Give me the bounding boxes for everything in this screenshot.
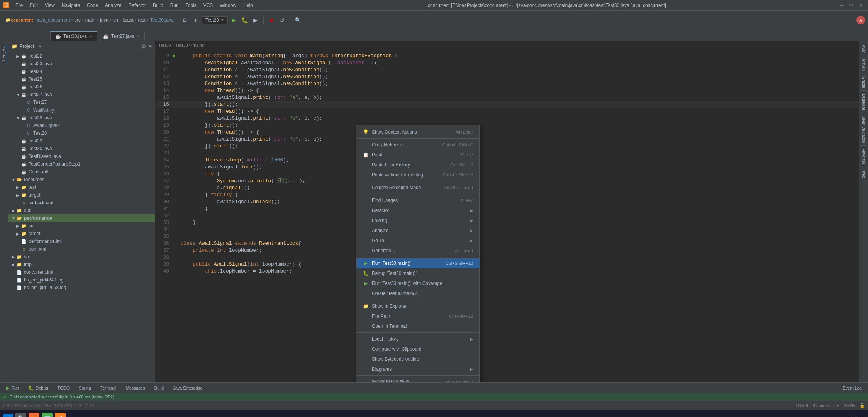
window-controls[interactable]: ─ □ ✕ xyxy=(838,3,865,8)
menu-vcs[interactable]: VCS xyxy=(200,2,216,9)
menu-analyze[interactable]: Analyze xyxy=(102,2,125,9)
settings-btn[interactable]: ⚙ xyxy=(180,15,190,25)
status-encoding[interactable]: UTF-8 xyxy=(796,403,808,408)
tree-item-pom[interactable]: x pom.xml xyxy=(8,245,155,253)
run-btn-todo[interactable]: TODO xyxy=(54,385,73,391)
cm-paste[interactable]: 📋 Paste Ctrl+V xyxy=(356,150,479,160)
run-btn-run[interactable]: ▶ Run xyxy=(3,385,22,392)
tree-item-test-folder[interactable]: ▶ 📁 test xyxy=(8,183,155,191)
run-btn-debug[interactable]: 🐛 Debug xyxy=(25,385,51,392)
cm-generate[interactable]: Generate... Alt+Insert xyxy=(356,246,479,256)
tree-item-testbiased[interactable]: ☕ TestBiased.java xyxy=(8,153,155,160)
maximize-button[interactable]: □ xyxy=(848,3,855,8)
tree-item-hs-err2[interactable]: 📄 hs_err_pid12668.log xyxy=(8,284,155,292)
debug-button[interactable]: 🐛 xyxy=(240,15,249,25)
menu-window[interactable]: Window xyxy=(217,2,239,9)
close-button[interactable]: ✕ xyxy=(856,3,865,8)
tree-item-tmp[interactable]: ▶ 📁 tmp xyxy=(8,261,155,268)
add-config-btn[interactable]: + xyxy=(191,15,200,25)
cm-compare-with-clipboard[interactable]: Compare with Clipboard xyxy=(356,344,479,354)
cm-diagrams[interactable]: Diagrams ▶ xyxy=(356,364,479,374)
tree-item-logback[interactable]: x logback.xml xyxy=(8,199,155,207)
menu-refactor[interactable]: Refactor xyxy=(125,2,149,9)
taskbar-idea[interactable]: IJ xyxy=(55,413,66,417)
tree-item-test27[interactable]: C Test27 xyxy=(8,98,155,106)
tree-item-src3[interactable]: ▶ 📁 src xyxy=(8,253,155,261)
tree-item-test26[interactable]: ☕ Test26 xyxy=(8,83,155,91)
rerun-button[interactable]: ↺ xyxy=(278,15,287,25)
close-tab-test27[interactable]: ✕ xyxy=(137,34,140,39)
right-tab-favorites[interactable]: Favorites xyxy=(861,146,866,167)
cm-paste-from-history[interactable]: Paste from History... Ctrl+Shift+V xyxy=(356,160,479,170)
cm-folding[interactable]: Folding ▶ xyxy=(356,215,479,225)
tree-item-test24[interactable]: ☕ Test24 xyxy=(8,68,155,75)
run-button[interactable]: ▶ xyxy=(229,15,239,25)
cm-file-path[interactable]: File Path Ctrl+Alt+F12 xyxy=(356,311,479,321)
run-btn-build[interactable]: Build xyxy=(151,385,167,391)
editor-content[interactable]: 9 ▶ public static void main(String[] arg… xyxy=(155,49,859,382)
right-tab-maven[interactable]: Maven xyxy=(861,57,866,73)
cm-go-to[interactable]: Go To ▶ xyxy=(356,236,479,246)
tree-item-test28java[interactable]: ▼ ☕ Test28.java xyxy=(8,114,155,122)
cm-analyze[interactable]: Analyze ▶ xyxy=(356,225,479,236)
tree-item-test22[interactable]: ▶ ☕ Test22 xyxy=(8,52,155,60)
tree-item-test23[interactable]: ☕ Test23.java xyxy=(8,60,155,68)
run-configuration[interactable]: Test29 ▼ xyxy=(202,16,228,24)
tab-test30[interactable]: ☕ Test30.java ✕ xyxy=(50,31,97,41)
cm-debug-test30[interactable]: 🐛 Debug 'Test30.main()' xyxy=(356,268,479,278)
tree-item-performance-iml[interactable]: 📄 performance.iml xyxy=(8,237,155,245)
cm-find-usages[interactable]: Find Usages Alt+F7 xyxy=(356,195,479,205)
menu-file[interactable]: File xyxy=(12,2,26,9)
tree-item-out[interactable]: ▶ 📁 out xyxy=(8,207,155,214)
taskbar-app1[interactable]: 📧 xyxy=(42,413,53,417)
event-log-btn[interactable]: Event Log xyxy=(839,385,865,391)
coverage-button[interactable]: ▶ xyxy=(251,15,260,25)
menu-run[interactable]: Run xyxy=(167,2,182,9)
taskbar-search[interactable]: 🔍 xyxy=(15,413,26,417)
cm-run-test30-main[interactable]: ▶ Run 'Test30.main()' Ctrl+Shift+F10 xyxy=(356,258,479,268)
cm-show-in-explorer[interactable]: 📁 Show in Explorer xyxy=(356,301,479,311)
start-button[interactable]: ⊞ xyxy=(3,414,13,417)
tree-item-src2[interactable]: ▶ 📁 src xyxy=(8,222,155,230)
run-btn-spring[interactable]: Spring xyxy=(76,385,94,391)
right-tab-gradle[interactable]: Gradle xyxy=(861,74,866,91)
cm-paste-without-formatting[interactable]: Paste without Formatting Ctrl+Alt+Shift+… xyxy=(356,170,479,180)
run-btn-messages[interactable]: Messages xyxy=(123,385,148,391)
tree-item-test29[interactable]: ☕ Test29 xyxy=(8,137,155,145)
tree-item-test30java[interactable]: ☕ Test30.java xyxy=(8,145,155,153)
menu-help[interactable]: Help xyxy=(240,2,256,9)
avatar-btn[interactable]: A xyxy=(856,16,865,24)
tree-item-test27java[interactable]: ▼ ☕ Test27.java xyxy=(8,91,155,98)
cm-open-in-terminal[interactable]: Open in Terminal xyxy=(356,321,479,331)
tree-item-test28[interactable]: C Test28 xyxy=(8,129,155,137)
cm-show-bytecode[interactable]: Show Bytecode outline xyxy=(356,354,479,364)
tree-item-performance[interactable]: ▼ 📂 performance xyxy=(8,214,155,222)
cm-run-with-coverage[interactable]: ▶ Run 'Test30.main()' with Coverage xyxy=(356,278,479,288)
menu-view[interactable]: View xyxy=(42,2,58,9)
tree-item-resources[interactable]: ▼ 📂 resources xyxy=(8,176,155,183)
tree-item-target2[interactable]: ▶ 📁 target xyxy=(8,230,155,237)
menu-build[interactable]: Build xyxy=(150,2,166,9)
run-btn-terminal[interactable]: Terminal xyxy=(97,385,120,391)
cm-realtime-check[interactable]: 编码实时检测功能 Ctrl+Alt+Shift+J xyxy=(356,377,479,382)
menu-navigate[interactable]: Navigate xyxy=(59,2,83,9)
cm-local-history[interactable]: Local History ▶ xyxy=(356,334,479,344)
cm-copy-reference[interactable]: Copy Reference Ctrl+Alt+Shift+C xyxy=(356,140,479,150)
project-dropdown[interactable]: ▼ xyxy=(38,44,42,49)
cm-show-context-actions[interactable]: 💡 Show Context Actions Alt+Enter xyxy=(356,127,479,137)
tree-item-test25[interactable]: ☕ Test25 xyxy=(8,75,155,83)
tree-item-concurrent-iml[interactable]: 📄 concurrent.iml xyxy=(8,268,155,276)
tree-item-target-folder[interactable]: ▶ 📁 target xyxy=(8,191,155,199)
stop-button[interactable]: ■ xyxy=(267,15,276,25)
close-tab-test30[interactable]: ✕ xyxy=(89,34,92,39)
menu-bar[interactable]: File Edit View Navigate Code Analyze Ref… xyxy=(12,2,256,9)
cm-create-test30[interactable]: Create 'Test30.main()'... xyxy=(356,288,479,298)
right-tab-web[interactable]: Web xyxy=(861,168,866,180)
search-everywhere-btn[interactable]: 🔍 xyxy=(293,15,303,25)
project-settings-icon[interactable]: ⚙ xyxy=(141,43,146,49)
tree-item-testcorrect[interactable]: ☕ TestCorrectPostureStep1 xyxy=(8,160,155,168)
tree-item-constants[interactable]: ☕ Constants xyxy=(8,168,155,176)
right-tab-bean-validation[interactable]: Bean Validation xyxy=(861,114,866,146)
status-indent[interactable]: 4 spaces xyxy=(813,403,830,408)
taskbar-firefox[interactable]: 🦊 xyxy=(29,413,39,417)
